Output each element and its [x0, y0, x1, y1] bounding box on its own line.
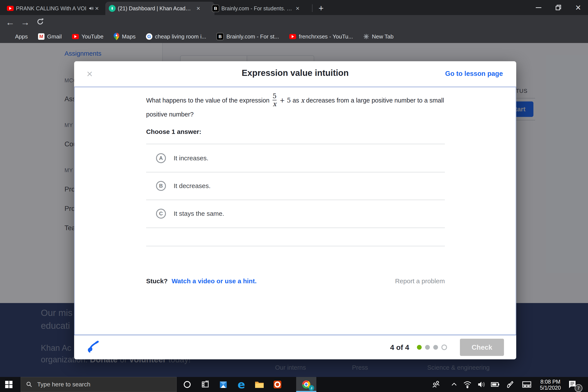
clock-time: 8:08 PM: [534, 379, 566, 385]
fraction: 5x: [272, 92, 276, 108]
progress-label: 4 of 4: [390, 343, 409, 352]
taskbar-search[interactable]: Type here to search: [21, 377, 177, 392]
cortana-icon[interactable]: [182, 380, 192, 390]
tab-title: Brainly.com - For students. By stu: [221, 5, 292, 12]
tray-chevron-up-icon[interactable]: [449, 380, 459, 390]
youtube-favicon: [7, 6, 14, 11]
exercise-modal: × Expression value intuition Go to lesso…: [74, 61, 516, 359]
taskbar-clock[interactable]: 8:08 PM 5/1/2020: [534, 379, 566, 391]
bookmark-apps[interactable]: Apps: [6, 33, 28, 40]
tab-brainly[interactable]: B Brainly.com - For students. By stu ×: [208, 2, 317, 15]
modal-footer: 4 of 4 Check: [74, 335, 516, 359]
progress-dot: [442, 344, 447, 350]
google-maps-pin-icon: [114, 33, 119, 40]
restore-button[interactable]: [548, 0, 568, 15]
page-content: Assignments MCC Ass MY Cou MY Pro Pro Te…: [0, 43, 588, 377]
answer-option-c[interactable]: C It stays the same.: [146, 200, 445, 228]
notification-count-badge: 7: [575, 384, 582, 392]
radio-a[interactable]: A: [156, 153, 166, 163]
bookmark-frenchrxses[interactable]: frenchrxses - YouTu...: [289, 33, 353, 40]
start-button[interactable]: [5, 381, 12, 388]
bookmark-brainly[interactable]: B Brainly.com - For st...: [216, 33, 279, 40]
tab-title: (21) Dashboard | Khan Academy: [118, 5, 193, 12]
bookmark-cheap-living-room[interactable]: G cheap living room i...: [146, 33, 206, 40]
screen: PRANK CALLING With A VOI × (21) Dashboar…: [0, 0, 588, 392]
sparkle-icon: [363, 34, 369, 40]
progress-dots: [417, 344, 450, 350]
browser-tab-strip: PRANK CALLING With A VOI × (21) Dashboar…: [0, 0, 588, 15]
bookmark-new-tab[interactable]: New Tab: [363, 33, 394, 40]
new-tab-button[interactable]: +: [316, 4, 327, 13]
tab-youtube[interactable]: PRANK CALLING With A VOI ×: [4, 2, 111, 15]
answer-option-b[interactable]: B It decreases.: [146, 172, 445, 200]
tab-separator: [312, 4, 312, 12]
bookmark-gmail[interactable]: M Gmail: [38, 33, 62, 40]
check-button[interactable]: Check: [460, 339, 504, 356]
search-icon: [26, 381, 32, 388]
chrome-taskbar-button[interactable]: J: [296, 377, 316, 392]
browser-toolbar: ← → khanacademy.org/profile/kaid_1063032…: [0, 15, 588, 30]
forward-icon[interactable]: →: [20, 18, 30, 28]
report-a-problem-link[interactable]: Report a problem: [146, 278, 445, 285]
mail-app-icon[interactable]: [218, 380, 228, 390]
chrome-profile-badge: J: [308, 385, 314, 391]
go-to-lesson-link[interactable]: Go to lesson page: [445, 70, 503, 78]
tab-close-icon[interactable]: ×: [296, 5, 300, 12]
gmail-icon: M: [38, 33, 44, 40]
choose-answer-label: Choose 1 answer:: [146, 128, 201, 136]
tab-close-icon[interactable]: ×: [95, 5, 99, 12]
edge-icon[interactable]: e: [236, 380, 246, 390]
apps-grid-icon: [6, 34, 12, 40]
progress-dot: [417, 345, 422, 350]
tab-close-icon[interactable]: ×: [196, 5, 200, 12]
bookmarks-bar: Apps M Gmail YouTube Maps G cheap living…: [0, 30, 588, 43]
task-view-icon[interactable]: [200, 380, 210, 390]
progress-dot: [425, 345, 430, 350]
answer-option-a[interactable]: A It increases.: [146, 144, 445, 172]
google-icon: G: [146, 33, 152, 40]
minimize-button[interactable]: [529, 0, 548, 15]
khan-academy-favicon: [109, 5, 116, 12]
windows-ink-pen-icon[interactable]: [505, 380, 515, 390]
search-placeholder: Type here to search: [37, 381, 90, 388]
close-window-button[interactable]: ×: [568, 0, 588, 15]
back-icon[interactable]: ←: [5, 18, 16, 28]
youtube-icon: [289, 34, 296, 39]
modal-body: What happens to the value of the express…: [74, 86, 516, 335]
tab-khan-academy[interactable]: (21) Dashboard | Khan Academy ×: [105, 2, 214, 15]
battery-icon[interactable]: [490, 380, 500, 390]
radio-b[interactable]: B: [156, 181, 166, 191]
reload-icon[interactable]: [35, 18, 46, 28]
bookmark-maps[interactable]: Maps: [114, 33, 136, 40]
people-icon[interactable]: [432, 380, 442, 390]
window-controls: ×: [529, 0, 588, 15]
brainly-favicon: B: [212, 5, 219, 12]
scratchpad-scribble-icon[interactable]: [86, 340, 100, 354]
windows-taskbar: Type here to search e J: [0, 377, 588, 392]
tab-title: PRANK CALLING With A VOI: [16, 5, 86, 12]
wifi-icon[interactable]: [462, 380, 472, 390]
question-text: What happens to the value of the express…: [146, 93, 445, 120]
audio-playing-icon: [88, 6, 94, 11]
answer-spacer-row: [146, 228, 445, 246]
touch-keyboard-icon[interactable]: [522, 380, 532, 390]
youtube-icon: [72, 34, 79, 39]
brainly-icon: B: [216, 33, 224, 40]
modal-header: × Expression value intuition Go to lesso…: [74, 61, 516, 86]
file-explorer-icon[interactable]: [254, 380, 264, 390]
progress-dot: [433, 345, 438, 350]
clock-date: 5/1/2020: [534, 385, 566, 391]
office-icon[interactable]: [272, 380, 282, 390]
volume-icon[interactable]: [476, 380, 486, 390]
bookmark-youtube[interactable]: YouTube: [72, 33, 103, 40]
radio-c[interactable]: C: [156, 209, 166, 218]
